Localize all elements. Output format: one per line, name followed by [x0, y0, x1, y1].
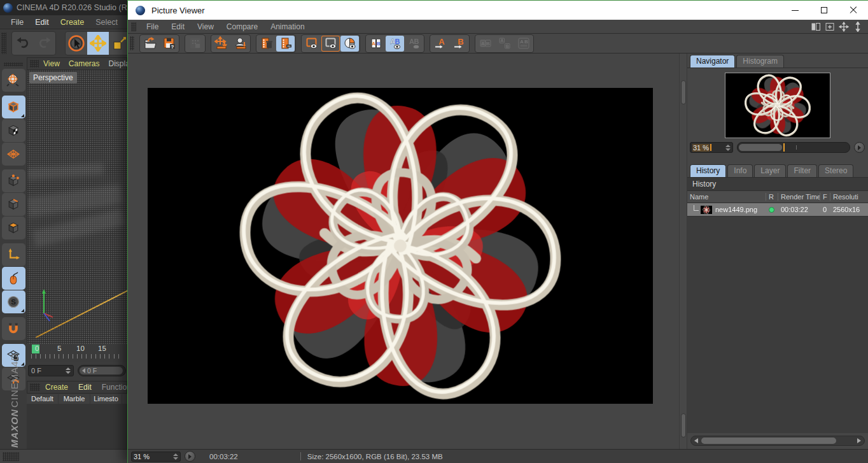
viewport-menu-view[interactable]: View	[39, 59, 64, 68]
viewport-solo-button[interactable]	[2, 267, 25, 290]
snapping-magnet-button[interactable]	[2, 317, 25, 340]
splitter-grip-top[interactable]	[681, 80, 686, 104]
delete-history-button[interactable]	[257, 36, 276, 52]
navigator-thumbnail[interactable]	[725, 73, 830, 138]
pv-toolbar-handle[interactable]	[130, 36, 134, 50]
tab-history[interactable]: History	[690, 164, 726, 177]
column-f[interactable]: F	[820, 193, 830, 201]
statusbar-handle[interactable]	[3, 452, 19, 461]
show-image-a-button[interactable]	[302, 36, 321, 52]
splitter-grip-bottom[interactable]	[681, 413, 686, 438]
coordinate-system-button[interactable]	[2, 69, 25, 92]
pv-menu-view[interactable]: View	[191, 22, 220, 31]
swap-ab-button[interactable]: A B	[476, 36, 494, 52]
image-viewing-area[interactable]	[128, 53, 679, 449]
c4d-menu-select[interactable]: Select	[90, 18, 123, 27]
tab-stereo[interactable]: Stereo	[818, 164, 853, 177]
statusbar-zoom-spinner[interactable]	[173, 453, 178, 460]
ab-options-button[interactable]: A B	[514, 36, 533, 52]
remove-image-button[interactable]	[276, 36, 295, 52]
live-selection-tool-button[interactable]	[66, 32, 87, 55]
split-panel-icon[interactable]	[811, 22, 821, 32]
polygons-mode-button[interactable]	[2, 217, 25, 239]
minimize-button[interactable]	[780, 1, 809, 20]
points-mode-button[interactable]	[2, 169, 25, 192]
tab-filter[interactable]: Filter	[787, 164, 817, 177]
tab-histogram[interactable]: Histogram	[736, 55, 784, 68]
close-button[interactable]	[839, 1, 868, 20]
compare-side-by-side-button[interactable]: A B	[367, 36, 385, 52]
c4d-menu-create[interactable]: Create	[55, 18, 90, 27]
pv-menu-handle[interactable]	[131, 22, 136, 31]
compare-difference-button[interactable]: A B	[405, 36, 423, 52]
history-horizontal-scrollbar[interactable]	[690, 436, 865, 446]
pv-menu-compare[interactable]: Compare	[220, 22, 264, 31]
convert-image-button[interactable]	[186, 36, 204, 52]
viewport-menu-cameras[interactable]: Cameras	[64, 59, 104, 68]
show-image-b-button[interactable]	[321, 36, 340, 52]
save-image-button[interactable]: ?	[160, 36, 178, 52]
tab-info[interactable]: Info	[727, 164, 753, 177]
workplane-mode-button[interactable]	[2, 143, 25, 166]
zoom-slider-thumb[interactable]	[739, 144, 782, 151]
zoom-slider[interactable]	[737, 142, 850, 153]
material-menu-edit[interactable]: Edit	[73, 383, 97, 392]
timeline-ruler[interactable]: 0 5 10 15	[27, 344, 127, 362]
material-menu-create[interactable]: Create	[40, 383, 73, 392]
texture-mode-button[interactable]	[2, 119, 25, 142]
material-menu-handle[interactable]	[30, 383, 40, 391]
pv-menu-edit[interactable]: Edit	[165, 22, 191, 31]
camera-label[interactable]: Perspective	[29, 72, 77, 83]
zoom-options-button[interactable]	[854, 142, 865, 153]
c4d-menu-edit[interactable]: Edit	[29, 18, 55, 27]
history-row[interactable]: new1449.png 00:03:22 0 2560x16	[687, 203, 868, 216]
tab-navigator[interactable]: Navigator	[690, 55, 735, 68]
scroll-left-arrow-icon[interactable]	[694, 438, 698, 443]
pv-menu-animation[interactable]: Animation	[264, 22, 311, 31]
pv-menu-file[interactable]: File	[140, 22, 165, 31]
current-frame-field[interactable]: 0 F	[28, 365, 74, 376]
set-as-b-button[interactable]: B	[450, 36, 468, 52]
open-image-button[interactable]	[141, 36, 159, 52]
move-panel-icon[interactable]	[839, 22, 849, 32]
c4d-menu-file[interactable]: File	[5, 18, 29, 27]
palette-drag-handle[interactable]	[4, 62, 23, 66]
maximize-button[interactable]	[809, 1, 839, 20]
snap-s-button[interactable]: S	[2, 290, 25, 313]
add-panel-icon[interactable]	[825, 22, 835, 32]
zoom-input[interactable]: 31 %	[690, 142, 733, 153]
viewport-canvas[interactable]: Perspective	[27, 70, 127, 344]
column-render-time[interactable]: Render Time	[778, 193, 820, 201]
column-r[interactable]: R	[766, 193, 778, 201]
set-as-a-button[interactable]: A	[431, 36, 449, 52]
statusbar-zoom-field[interactable]: 31 %	[131, 452, 181, 462]
panel-splitter[interactable]	[679, 53, 687, 449]
scroll-right-arrow-icon[interactable]	[857, 438, 861, 443]
redo-button[interactable]	[34, 32, 55, 55]
compare-ab-button[interactable]	[340, 36, 359, 52]
axis-mode-button[interactable]	[2, 243, 25, 266]
move-tool-button[interactable]	[87, 32, 109, 55]
scrollbar-thumb[interactable]	[701, 438, 836, 444]
link-ab-button[interactable]: A B	[495, 36, 514, 52]
material-swatch-default[interactable]: Default	[27, 394, 58, 404]
column-name[interactable]: Name	[687, 193, 766, 201]
viewport-menu-handle[interactable]	[30, 60, 39, 68]
material-swatch-clipped[interactable]: D	[122, 394, 127, 404]
material-swatch-limestone[interactable]: Limesto	[90, 394, 122, 404]
frame-slider[interactable]: 0 F	[78, 365, 126, 376]
toolbar-drag-handle[interactable]	[1, 32, 6, 54]
frame-spinner[interactable]	[66, 367, 71, 374]
column-resolution[interactable]: Resoluti	[830, 193, 868, 201]
undo-button[interactable]	[12, 32, 34, 55]
zoom-spinner[interactable]	[725, 145, 731, 151]
compare-overlay-button[interactable]: A B	[386, 36, 404, 52]
pv-titlebar[interactable]: Picture Viewer	[128, 1, 868, 20]
statusbar-play-button[interactable]	[185, 451, 195, 462]
material-swatch-marble[interactable]: Marble	[59, 394, 90, 404]
dock-render-button[interactable]	[231, 36, 249, 52]
dock-image-button[interactable]	[212, 36, 230, 52]
tab-layer[interactable]: Layer	[754, 164, 786, 177]
model-mode-button[interactable]	[2, 96, 25, 118]
resize-vertical-icon[interactable]	[853, 22, 863, 32]
